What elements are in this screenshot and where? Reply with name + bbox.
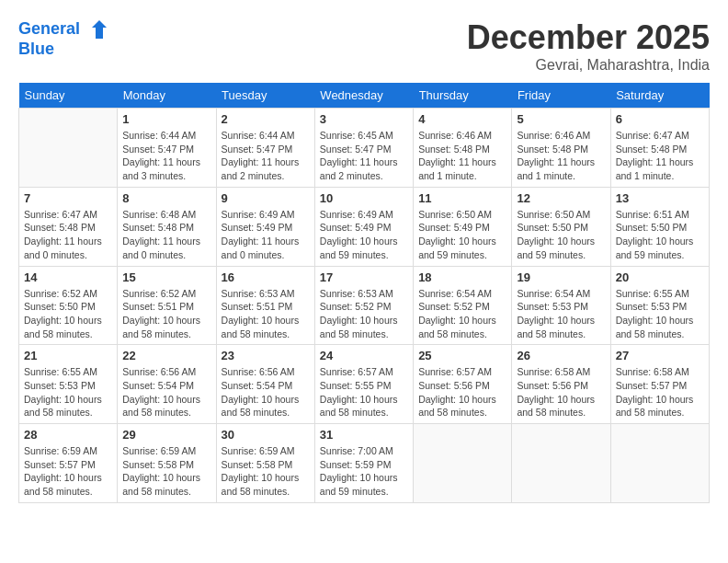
calendar-day-cell bbox=[19, 109, 118, 188]
day-number: 18 bbox=[418, 270, 506, 284]
day-number: 4 bbox=[418, 112, 506, 126]
day-info: Sunrise: 6:49 AMSunset: 5:49 PMDaylight:… bbox=[320, 208, 408, 262]
logo-general: General bbox=[18, 19, 80, 38]
title-block: December 2025 Gevrai, Maharashtra, India bbox=[467, 18, 710, 74]
day-info: Sunrise: 6:46 AMSunset: 5:48 PMDaylight:… bbox=[517, 129, 605, 183]
month-title: December 2025 bbox=[467, 18, 710, 57]
day-info: Sunrise: 6:50 AMSunset: 5:50 PMDaylight:… bbox=[517, 208, 605, 262]
calendar-day-cell: 31 Sunrise: 7:00 AMSunset: 5:59 PMDaylig… bbox=[314, 424, 413, 503]
day-number: 26 bbox=[517, 349, 605, 362]
calendar-day-cell: 14 Sunrise: 6:52 AMSunset: 5:50 PMDaylig… bbox=[19, 266, 118, 345]
calendar-day-cell: 2 Sunrise: 6:44 AMSunset: 5:47 PMDayligh… bbox=[216, 109, 314, 188]
calendar-week-row: 21 Sunrise: 6:55 AMSunset: 5:53 PMDaylig… bbox=[19, 345, 710, 424]
calendar-day-cell: 26 Sunrise: 6:58 AMSunset: 5:56 PMDaylig… bbox=[512, 345, 610, 424]
day-number: 5 bbox=[517, 112, 605, 126]
calendar-day-cell: 15 Sunrise: 6:52 AMSunset: 5:51 PMDaylig… bbox=[118, 266, 216, 345]
day-number: 22 bbox=[122, 349, 210, 362]
day-info: Sunrise: 6:52 AMSunset: 5:50 PMDaylight:… bbox=[24, 287, 112, 341]
calendar-day-cell: 19 Sunrise: 6:54 AMSunset: 5:53 PMDaylig… bbox=[512, 266, 610, 345]
day-number: 27 bbox=[616, 349, 704, 362]
day-number: 10 bbox=[320, 191, 408, 205]
weekday-header-row: SundayMondayTuesdayWednesdayThursdayFrid… bbox=[19, 83, 710, 109]
day-info: Sunrise: 6:58 AMSunset: 5:57 PMDaylight:… bbox=[616, 365, 704, 419]
calendar-day-cell: 5 Sunrise: 6:46 AMSunset: 5:48 PMDayligh… bbox=[512, 109, 610, 188]
day-info: Sunrise: 6:44 AMSunset: 5:47 PMDaylight:… bbox=[122, 129, 210, 183]
weekday-header: Wednesday bbox=[314, 83, 413, 109]
day-info: Sunrise: 7:00 AMSunset: 5:59 PMDaylight:… bbox=[320, 444, 408, 499]
weekday-header: Thursday bbox=[414, 83, 512, 109]
calendar-day-cell: 25 Sunrise: 6:57 AMSunset: 5:56 PMDaylig… bbox=[414, 345, 512, 424]
calendar-day-cell: 30 Sunrise: 6:59 AMSunset: 5:58 PMDaylig… bbox=[216, 424, 314, 503]
day-number: 23 bbox=[222, 349, 310, 362]
day-info: Sunrise: 6:55 AMSunset: 5:53 PMDaylight:… bbox=[616, 287, 704, 341]
calendar-day-cell bbox=[414, 424, 512, 503]
day-number: 9 bbox=[222, 191, 310, 205]
day-info: Sunrise: 6:54 AMSunset: 5:52 PMDaylight:… bbox=[418, 287, 506, 341]
day-number: 14 bbox=[24, 270, 112, 284]
calendar-day-cell: 18 Sunrise: 6:54 AMSunset: 5:52 PMDaylig… bbox=[414, 266, 512, 345]
calendar-week-row: 28 Sunrise: 6:59 AMSunset: 5:57 PMDaylig… bbox=[19, 424, 710, 503]
day-number: 3 bbox=[320, 112, 408, 126]
calendar-day-cell: 1 Sunrise: 6:44 AMSunset: 5:47 PMDayligh… bbox=[118, 109, 216, 188]
day-info: Sunrise: 6:53 AMSunset: 5:51 PMDaylight:… bbox=[222, 287, 310, 341]
calendar-day-cell: 6 Sunrise: 6:47 AMSunset: 5:48 PMDayligh… bbox=[610, 109, 709, 188]
day-info: Sunrise: 6:53 AMSunset: 5:52 PMDaylight:… bbox=[320, 287, 408, 341]
calendar-week-row: 7 Sunrise: 6:47 AMSunset: 5:48 PMDayligh… bbox=[19, 187, 710, 266]
day-number: 8 bbox=[122, 191, 210, 205]
day-info: Sunrise: 6:57 AMSunset: 5:56 PMDaylight:… bbox=[418, 365, 506, 419]
calendar-day-cell: 16 Sunrise: 6:53 AMSunset: 5:51 PMDaylig… bbox=[216, 266, 314, 345]
calendar-day-cell: 12 Sunrise: 6:50 AMSunset: 5:50 PMDaylig… bbox=[512, 187, 610, 266]
day-number: 11 bbox=[418, 191, 506, 205]
calendar-table: SundayMondayTuesdayWednesdayThursdayFrid… bbox=[18, 83, 710, 503]
day-info: Sunrise: 6:52 AMSunset: 5:51 PMDaylight:… bbox=[122, 287, 210, 341]
logo-icon bbox=[86, 18, 108, 40]
day-info: Sunrise: 6:56 AMSunset: 5:54 PMDaylight:… bbox=[222, 365, 310, 419]
day-info: Sunrise: 6:51 AMSunset: 5:50 PMDaylight:… bbox=[616, 208, 704, 262]
calendar-day-cell: 13 Sunrise: 6:51 AMSunset: 5:50 PMDaylig… bbox=[610, 187, 709, 266]
calendar-day-cell: 24 Sunrise: 6:57 AMSunset: 5:55 PMDaylig… bbox=[314, 345, 413, 424]
day-number: 2 bbox=[222, 112, 310, 126]
day-number: 17 bbox=[320, 270, 408, 284]
svg-marker-0 bbox=[92, 20, 107, 39]
day-info: Sunrise: 6:47 AMSunset: 5:48 PMDaylight:… bbox=[24, 208, 112, 262]
calendar-day-cell: 29 Sunrise: 6:59 AMSunset: 5:58 PMDaylig… bbox=[118, 424, 216, 503]
calendar-day-cell: 7 Sunrise: 6:47 AMSunset: 5:48 PMDayligh… bbox=[19, 187, 118, 266]
day-number: 19 bbox=[517, 270, 605, 284]
day-info: Sunrise: 6:45 AMSunset: 5:47 PMDaylight:… bbox=[320, 129, 408, 183]
day-number: 13 bbox=[616, 191, 704, 205]
calendar-day-cell: 9 Sunrise: 6:49 AMSunset: 5:49 PMDayligh… bbox=[216, 187, 314, 266]
day-number: 15 bbox=[122, 270, 210, 284]
calendar-day-cell: 22 Sunrise: 6:56 AMSunset: 5:54 PMDaylig… bbox=[118, 345, 216, 424]
calendar-day-cell: 20 Sunrise: 6:55 AMSunset: 5:53 PMDaylig… bbox=[610, 266, 709, 345]
calendar-day-cell bbox=[610, 424, 709, 503]
day-info: Sunrise: 6:55 AMSunset: 5:53 PMDaylight:… bbox=[24, 365, 112, 419]
calendar-day-cell: 8 Sunrise: 6:48 AMSunset: 5:48 PMDayligh… bbox=[118, 187, 216, 266]
calendar-week-row: 14 Sunrise: 6:52 AMSunset: 5:50 PMDaylig… bbox=[19, 266, 710, 345]
day-number: 12 bbox=[517, 191, 605, 205]
day-info: Sunrise: 6:48 AMSunset: 5:48 PMDaylight:… bbox=[122, 208, 210, 262]
weekday-header: Monday bbox=[118, 83, 216, 109]
day-info: Sunrise: 6:57 AMSunset: 5:55 PMDaylight:… bbox=[320, 365, 408, 419]
day-number: 29 bbox=[122, 428, 210, 442]
calendar-day-cell: 28 Sunrise: 6:59 AMSunset: 5:57 PMDaylig… bbox=[19, 424, 118, 503]
day-number: 25 bbox=[418, 349, 506, 362]
day-info: Sunrise: 6:47 AMSunset: 5:48 PMDaylight:… bbox=[616, 129, 704, 183]
day-info: Sunrise: 6:54 AMSunset: 5:53 PMDaylight:… bbox=[517, 287, 605, 341]
calendar-day-cell: 11 Sunrise: 6:50 AMSunset: 5:49 PMDaylig… bbox=[414, 187, 512, 266]
day-info: Sunrise: 6:58 AMSunset: 5:56 PMDaylight:… bbox=[517, 365, 605, 419]
day-number: 24 bbox=[320, 349, 408, 362]
day-number: 30 bbox=[222, 428, 310, 442]
calendar-day-cell: 27 Sunrise: 6:58 AMSunset: 5:57 PMDaylig… bbox=[610, 345, 709, 424]
day-number: 7 bbox=[24, 191, 112, 205]
day-number: 21 bbox=[24, 349, 112, 362]
day-info: Sunrise: 6:46 AMSunset: 5:48 PMDaylight:… bbox=[418, 129, 506, 183]
calendar-day-cell: 10 Sunrise: 6:49 AMSunset: 5:49 PMDaylig… bbox=[314, 187, 413, 266]
day-number: 6 bbox=[616, 112, 704, 126]
page-header: General Blue December 2025 Gevrai, Mahar… bbox=[18, 18, 710, 74]
calendar-week-row: 1 Sunrise: 6:44 AMSunset: 5:47 PMDayligh… bbox=[19, 109, 710, 188]
logo: General Blue bbox=[18, 18, 108, 59]
calendar-day-cell: 21 Sunrise: 6:55 AMSunset: 5:53 PMDaylig… bbox=[19, 345, 118, 424]
day-info: Sunrise: 6:50 AMSunset: 5:49 PMDaylight:… bbox=[418, 208, 506, 262]
day-info: Sunrise: 6:56 AMSunset: 5:54 PMDaylight:… bbox=[122, 365, 210, 419]
calendar-day-cell: 3 Sunrise: 6:45 AMSunset: 5:47 PMDayligh… bbox=[314, 109, 413, 188]
